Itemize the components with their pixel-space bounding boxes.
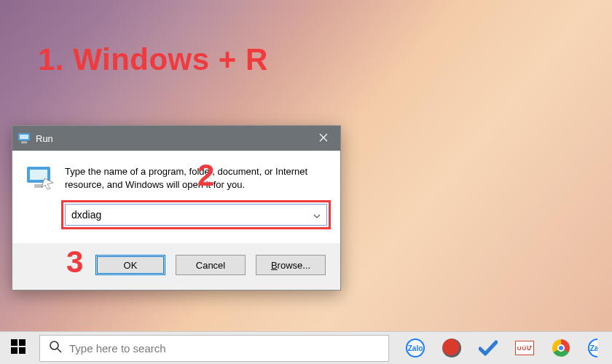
start-button[interactable] bbox=[0, 332, 36, 365]
cancel-button[interactable]: Cancel bbox=[176, 255, 246, 275]
ok-button[interactable]: OK bbox=[95, 255, 165, 275]
svg-line-11 bbox=[58, 349, 61, 352]
taskbar-search[interactable]: Type here to search bbox=[39, 335, 389, 362]
zalo-icon: Zalo bbox=[406, 339, 425, 357]
tray-todo[interactable] bbox=[478, 338, 498, 358]
run-dialog-titlebar[interactable]: Run bbox=[12, 126, 340, 151]
annotation-step-2: 2 bbox=[197, 158, 214, 193]
browse-button-label: Browse... bbox=[271, 260, 310, 271]
ccleaner-icon bbox=[442, 339, 461, 357]
ok-button-label: OK bbox=[124, 260, 138, 271]
search-placeholder: Type here to search bbox=[69, 342, 166, 355]
tray-chrome[interactable] bbox=[551, 338, 571, 358]
search-icon bbox=[49, 340, 62, 356]
windows-logo-icon bbox=[11, 339, 26, 357]
checkmark-icon bbox=[479, 340, 498, 356]
unikey-icon: UÚƯ bbox=[515, 341, 534, 355]
annotation-step-1: 1. Windows + R bbox=[38, 42, 268, 77]
svg-point-10 bbox=[50, 341, 58, 349]
run-title-icon bbox=[18, 133, 30, 143]
cancel-button-label: Cancel bbox=[196, 260, 225, 271]
svg-rect-1 bbox=[20, 135, 28, 139]
chevron-down-icon bbox=[313, 209, 321, 221]
open-combobox[interactable]: dxdiag bbox=[65, 204, 327, 226]
browse-button[interactable]: Browse... bbox=[256, 255, 326, 275]
tray-unikey[interactable]: UÚƯ bbox=[514, 338, 535, 358]
open-combobox-value: dxdiag bbox=[71, 209, 101, 221]
svg-rect-6 bbox=[11, 339, 17, 346]
close-icon bbox=[319, 132, 328, 145]
run-body-icon bbox=[26, 165, 55, 190]
svg-rect-2 bbox=[21, 141, 27, 143]
svg-rect-9 bbox=[19, 347, 26, 354]
svg-rect-7 bbox=[19, 339, 26, 346]
taskbar: Type here to search Zalo UÚƯ Zalo bbox=[0, 331, 612, 364]
tray-zalo-2[interactable]: Zalo bbox=[587, 338, 608, 358]
close-button[interactable] bbox=[307, 126, 340, 151]
tray-zalo[interactable]: Zalo bbox=[405, 338, 425, 358]
run-dialog-title: Run bbox=[36, 133, 53, 144]
system-tray: Zalo UÚƯ Zalo bbox=[405, 338, 612, 358]
run-dialog: Run 2 Type the name of a program, folder… bbox=[12, 125, 341, 290]
tray-ccleaner[interactable] bbox=[442, 338, 462, 358]
svg-rect-8 bbox=[11, 347, 17, 354]
chrome-icon bbox=[552, 339, 570, 357]
annotation-step-3: 3 bbox=[66, 245, 83, 280]
zalo-icon: Zalo bbox=[588, 339, 607, 357]
run-instructions-text: Type the name of a program, folder, docu… bbox=[65, 165, 327, 191]
